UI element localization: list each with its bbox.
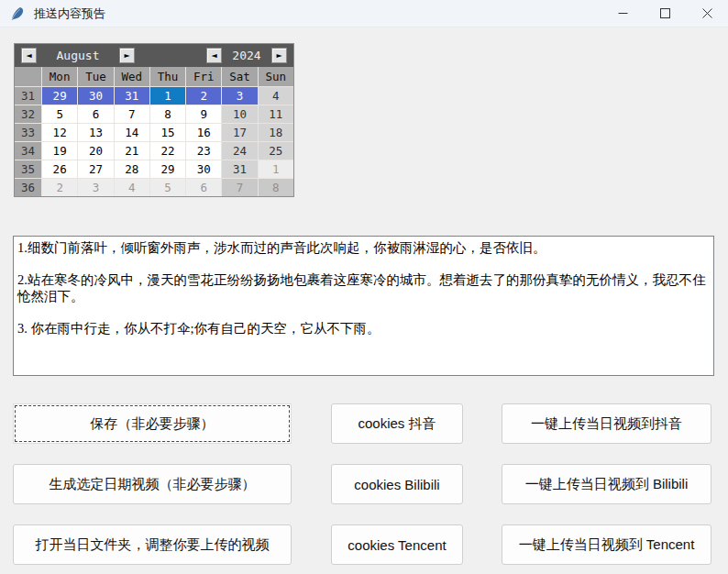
calendar-day-19[interactable]: 19 <box>42 142 77 160</box>
calendar-day-12[interactable]: 12 <box>42 124 77 141</box>
week-number-34: 34 <box>15 142 41 160</box>
calendar-year-label: 2024 <box>224 49 270 62</box>
prev-month-button[interactable]: ◄ <box>21 48 37 63</box>
calendar-day-20[interactable]: 20 <box>78 142 113 160</box>
week-number-33: 33 <box>15 124 41 141</box>
calendar-day-24[interactable]: 24 <box>222 142 257 160</box>
calendar-day-15[interactable]: 15 <box>150 124 185 141</box>
prev-year-button[interactable]: ◄ <box>206 48 222 63</box>
calendar-day-18[interactable]: 18 <box>259 124 293 141</box>
day-header-spacer <box>15 67 41 86</box>
upload-tencent-button[interactable]: 一键上传当日视频到 Tencent <box>502 524 711 565</box>
python-feather-icon <box>10 6 25 21</box>
calendar-day-4[interactable]: 4 <box>115 179 149 196</box>
calendar-month-label: August <box>39 49 117 62</box>
week-number-35: 35 <box>15 160 41 178</box>
calendar-grid: MonTueWedThuFriSatSun3129303112343256789… <box>15 67 293 196</box>
calendar-day-4[interactable]: 4 <box>259 87 293 105</box>
calendar-day-25[interactable]: 25 <box>259 142 293 160</box>
calendar-day-28[interactable]: 28 <box>115 160 149 178</box>
calendar-day-22[interactable]: 22 <box>150 142 185 160</box>
calendar-day-26[interactable]: 26 <box>42 160 77 178</box>
calendar-day-1[interactable]: 1 <box>259 160 293 178</box>
calendar-day-10[interactable]: 10 <box>222 105 257 123</box>
content-preview-textarea[interactable]: 1.细数门前落叶，倾听窗外雨声，涉水而过的声音此次响起，你被雨淋湿的心，是否依旧… <box>13 236 714 376</box>
calendar: ◄ August ► ◄ 2024 ► MonTueWedThuFriSatSu… <box>14 43 294 197</box>
calendar-day-16[interactable]: 16 <box>186 124 221 141</box>
week-number-31: 31 <box>15 87 41 105</box>
calendar-day-31[interactable]: 31 <box>115 87 149 105</box>
calendar-day-8[interactable]: 8 <box>150 105 185 123</box>
calendar-day-17[interactable]: 17 <box>222 124 257 141</box>
next-year-button[interactable]: ► <box>271 48 287 63</box>
calendar-day-30[interactable]: 30 <box>78 87 113 105</box>
calendar-day-13[interactable]: 13 <box>78 124 113 141</box>
close-icon <box>702 8 712 18</box>
day-header-thu: Thu <box>150 67 185 86</box>
calendar-header: ◄ August ► ◄ 2024 ► <box>15 44 293 67</box>
calendar-day-5[interactable]: 5 <box>150 179 185 196</box>
minimize-icon <box>618 8 628 18</box>
open-folder-button[interactable]: 打开当日文件夹，调整你要上传的视频 <box>13 524 292 565</box>
calendar-day-3[interactable]: 3 <box>222 87 257 105</box>
calendar-day-14[interactable]: 14 <box>115 124 149 141</box>
day-header-fri: Fri <box>186 67 221 86</box>
calendar-day-6[interactable]: 6 <box>186 179 221 196</box>
window-title: 推送内容预告 <box>34 6 105 22</box>
cookies-tencent-button[interactable]: cookies Tencent <box>331 524 463 565</box>
app-window: 推送内容预告 ◄ August ► ◄ 2024 ► <box>0 0 728 574</box>
calendar-day-27[interactable]: 27 <box>78 160 113 178</box>
calendar-day-7[interactable]: 7 <box>222 179 257 196</box>
close-button[interactable] <box>686 0 728 27</box>
minimize-button[interactable] <box>601 0 644 27</box>
calendar-day-3[interactable]: 3 <box>78 179 113 196</box>
calendar-day-6[interactable]: 6 <box>78 105 113 123</box>
next-month-button[interactable]: ► <box>119 48 135 63</box>
calendar-day-9[interactable]: 9 <box>186 105 221 123</box>
day-header-mon: Mon <box>42 67 77 86</box>
maximize-icon <box>660 8 670 18</box>
generate-video-button[interactable]: 生成选定日期视频（非必要步骤） <box>13 464 292 504</box>
calendar-day-2[interactable]: 2 <box>42 179 77 196</box>
day-header-sat: Sat <box>222 67 257 86</box>
cookies-bilibili-button[interactable]: cookies Bilibili <box>331 464 463 504</box>
calendar-day-29[interactable]: 29 <box>150 160 185 178</box>
calendar-day-2[interactable]: 2 <box>186 87 221 105</box>
calendar-day-11[interactable]: 11 <box>259 105 293 123</box>
day-header-wed: Wed <box>115 67 149 86</box>
window-controls <box>601 0 728 27</box>
maximize-button[interactable] <box>644 0 686 27</box>
save-button[interactable]: 保存（非必要步骤） <box>13 403 292 444</box>
calendar-day-1[interactable]: 1 <box>150 87 185 105</box>
upload-douyin-button[interactable]: 一键上传当日视频到抖音 <box>502 403 711 444</box>
calendar-day-7[interactable]: 7 <box>115 105 149 123</box>
calendar-day-30[interactable]: 30 <box>186 160 221 178</box>
calendar-day-23[interactable]: 23 <box>186 142 221 160</box>
cookies-douyin-button[interactable]: cookies 抖音 <box>331 403 463 444</box>
week-number-36: 36 <box>15 179 41 196</box>
week-number-32: 32 <box>15 105 41 123</box>
upload-bilibili-button[interactable]: 一键上传当日视频到 Bilibili <box>502 464 711 504</box>
day-header-tue: Tue <box>78 67 113 86</box>
calendar-day-31[interactable]: 31 <box>222 160 257 178</box>
calendar-day-8[interactable]: 8 <box>259 179 293 196</box>
calendar-day-29[interactable]: 29 <box>42 87 77 105</box>
calendar-day-21[interactable]: 21 <box>115 142 149 160</box>
day-header-sun: Sun <box>259 67 293 86</box>
titlebar: 推送内容预告 <box>0 0 728 28</box>
calendar-day-5[interactable]: 5 <box>42 105 77 123</box>
